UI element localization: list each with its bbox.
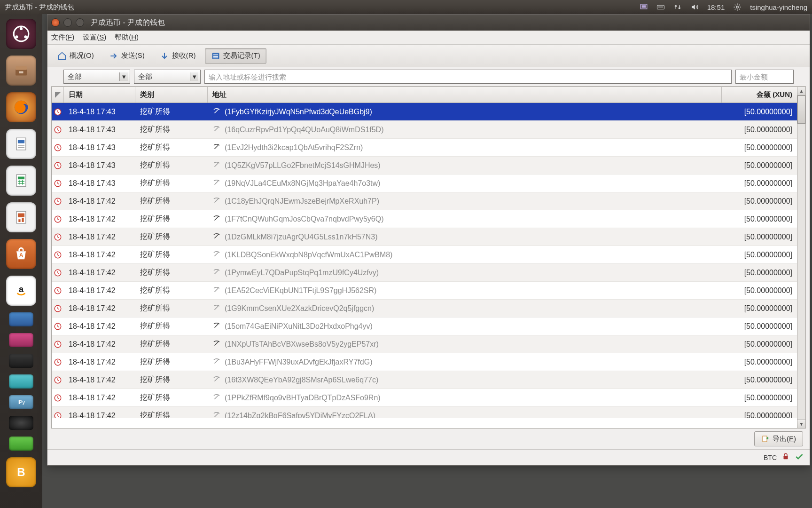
- cell-amount: [50.00000000]: [722, 126, 797, 134]
- user-label[interactable]: tsinghua-yincheng: [750, 3, 807, 11]
- table-row[interactable]: 18-4-18 17:42挖矿所得(1EA52CecViEKqbUN1TFtjL…: [52, 282, 797, 300]
- window-minimize-button[interactable]: [63, 18, 72, 27]
- status-icon: [52, 126, 64, 134]
- vertical-scrollbar[interactable]: ▲ ▼: [797, 87, 806, 429]
- col-amount[interactable]: 金额 (XUN): [722, 87, 797, 103]
- launcher-app-3[interactable]: [9, 354, 33, 368]
- export-button[interactable]: 导出(E): [754, 431, 803, 446]
- tab-overview[interactable]: 概况(O): [51, 48, 100, 64]
- launcher-app-1[interactable]: [9, 312, 33, 326]
- tab-send[interactable]: 发送(S): [103, 48, 151, 64]
- cell-type: 挖矿所得: [135, 178, 208, 188]
- launcher-software[interactable]: A: [6, 239, 36, 269]
- table-row[interactable]: 18-4-18 17:42挖矿所得(1F7tCnQWuhGqmJosCbQva7…: [52, 210, 797, 228]
- launcher-amazon[interactable]: a: [6, 276, 36, 306]
- cell-date: 18-4-18 17:42: [64, 233, 135, 241]
- cell-amount: [50.00000000]: [722, 143, 797, 152]
- table-row[interactable]: 18-4-18 17:43挖矿所得(16qCuzrRpvPd1YpQq4QUoA…: [52, 121, 797, 139]
- launcher-bitcoin-wallet[interactable]: B: [6, 457, 36, 487]
- network-icon[interactable]: [673, 3, 682, 11]
- search-input[interactable]: [204, 70, 732, 84]
- cell-address: (1FybGYfKzirjyJWqN5nPfwd3dQeUeBGbj9): [208, 107, 722, 117]
- pickaxe-icon: [212, 160, 221, 171]
- menu-settings[interactable]: 设置(S): [83, 33, 106, 42]
- window-titlebar[interactable]: 尹成迅币 - 尹成的钱包: [47, 15, 810, 31]
- cell-address: (1C18yEhJQrqNJEwmJszeBejrMpXeRXuh7P): [208, 196, 722, 206]
- window-close-button[interactable]: [51, 18, 60, 27]
- wallet-window: 尹成迅币 - 尹成的钱包 文件(F) 设置(S) 帮助(H) 概况(O) 发送(…: [47, 14, 810, 466]
- desktop: 尹成迅币 - 尹成的钱包 文件(F) 设置(S) 帮助(H) 概况(O) 发送(…: [42, 14, 812, 508]
- table-row[interactable]: 18-4-18 17:42挖矿所得(15om74GaEiNiPXuNitL3Do…: [52, 318, 797, 335]
- table-row[interactable]: 18-4-18 17:42挖矿所得(1PymwEyL7QDaPupStqPq1m…: [52, 264, 797, 282]
- table-row[interactable]: 18-4-18 17:42挖矿所得(1PPkZfRMf9qo9vBHTyaDBr…: [52, 389, 797, 407]
- table-row[interactable]: 18-4-18 17:42挖矿所得(12z14bZg2kBgF6Safpv5YD…: [52, 407, 797, 418]
- export-icon: [761, 435, 770, 443]
- table-row[interactable]: 18-4-18 17:42挖矿所得(1G9KmmCsenXUe2XazkDric…: [52, 300, 797, 318]
- pickaxe-icon: [212, 339, 221, 349]
- chevron-down-icon: ▾: [190, 72, 198, 81]
- cell-address: (19NqVJLa4CEuMx8NGjMq3HpaYae4h7o3tw): [208, 178, 722, 189]
- volume-icon[interactable]: [690, 3, 699, 11]
- table-row[interactable]: 18-4-18 17:42挖矿所得(1NXpUTsTAhBcVBXwseBs8o…: [52, 335, 797, 353]
- filter-date-range[interactable]: 全部 ▾: [63, 70, 130, 84]
- scroll-track[interactable]: [797, 124, 805, 420]
- cell-amount: [50.00000000]: [722, 215, 797, 223]
- col-address[interactable]: 地址: [208, 87, 722, 103]
- cell-type: 挖矿所得: [135, 268, 208, 278]
- cell-amount: [50.00000000]: [722, 412, 797, 419]
- status-icon: [52, 108, 64, 116]
- launcher-app-4[interactable]: [9, 374, 33, 389]
- cell-amount: [50.00000000]: [722, 394, 797, 402]
- launcher-app-2[interactable]: [9, 333, 33, 347]
- table-row[interactable]: 18-4-18 17:43挖矿所得(1FybGYfKzirjyJWqN5nPfw…: [52, 103, 797, 121]
- table-row[interactable]: 18-4-18 17:43挖矿所得(1Q5ZKgV57pLLGo2FbnetMc…: [52, 157, 797, 175]
- window-maximize-button[interactable]: [76, 18, 84, 27]
- cell-type: 挖矿所得: [135, 125, 208, 135]
- launcher-dash[interactable]: [6, 19, 36, 49]
- launcher-firefox[interactable]: [6, 92, 36, 122]
- min-amount-input[interactable]: [735, 70, 794, 84]
- col-status[interactable]: [52, 87, 64, 103]
- pickaxe-icon: [212, 178, 221, 189]
- cell-type: 挖矿所得: [135, 357, 208, 367]
- list-icon: [211, 51, 220, 61]
- tab-transactions[interactable]: 交易记录(T): [205, 48, 266, 64]
- window-title: 尹成迅币 - 尹成的钱包: [91, 18, 165, 28]
- menu-help[interactable]: 帮助(H): [115, 33, 139, 42]
- menu-file[interactable]: 文件(F): [51, 33, 74, 42]
- table-row[interactable]: 18-4-18 17:42挖矿所得(1DzGMLkM8i7jzuAgrQU4G5…: [52, 228, 797, 246]
- keyboard-icon[interactable]: [656, 3, 665, 11]
- status-icon: [52, 322, 64, 331]
- pickaxe-icon: [212, 232, 221, 242]
- launcher-impress[interactable]: [6, 202, 36, 232]
- launcher-files[interactable]: [6, 56, 36, 86]
- table-row[interactable]: 18-4-18 17:42挖矿所得(1KLDBQSonEkWxqbN8pVqcf…: [52, 246, 797, 264]
- svg-rect-14: [16, 138, 26, 150]
- table-row[interactable]: 18-4-18 17:43挖矿所得(1EvJ2Hydth3i2kcap1QbAt…: [52, 139, 797, 157]
- pickaxe-icon: [212, 268, 221, 278]
- scroll-up-button[interactable]: ▲: [797, 87, 805, 95]
- launcher-calc[interactable]: [6, 166, 36, 196]
- launcher-app-5[interactable]: [9, 416, 33, 430]
- tab-send-label: 发送(S): [121, 51, 145, 60]
- clock[interactable]: 18:51: [707, 3, 725, 11]
- table-row[interactable]: 18-4-18 17:42挖矿所得(16t3XW8QEeYbA92gj8SMsr…: [52, 371, 797, 389]
- filter-type[interactable]: 全部 ▾: [134, 70, 201, 84]
- screen-icon[interactable]: [640, 3, 648, 11]
- scroll-down-button[interactable]: ▼: [797, 420, 805, 428]
- launcher-app-ipy[interactable]: IPy: [9, 395, 33, 409]
- tab-receive[interactable]: 接收(R): [154, 48, 202, 64]
- scroll-thumb[interactable]: [797, 95, 805, 124]
- col-type[interactable]: 类别: [135, 87, 208, 103]
- sync-ok-icon: [795, 452, 804, 463]
- table-row[interactable]: 18-4-18 17:42挖矿所得(1Bu3AHyFFWjN39uxADvfgE…: [52, 353, 797, 371]
- col-date[interactable]: 日期: [64, 87, 135, 103]
- table-row[interactable]: 18-4-18 17:42挖矿所得(1C18yEhJQrqNJEwmJszeBe…: [52, 192, 797, 210]
- wallet-lock-icon[interactable]: [781, 452, 790, 462]
- launcher-app-6[interactable]: [9, 437, 33, 451]
- cell-address: (1F7tCnQWuhGqmJosCbQva7nqbvdPwy5y6Q): [208, 214, 722, 224]
- cell-date: 18-4-18 17:43: [64, 108, 135, 116]
- table-row[interactable]: 18-4-18 17:43挖矿所得(19NqVJLa4CEuMx8NGjMq3H…: [52, 175, 797, 192]
- gear-icon[interactable]: [733, 3, 742, 11]
- launcher-writer[interactable]: [6, 129, 36, 159]
